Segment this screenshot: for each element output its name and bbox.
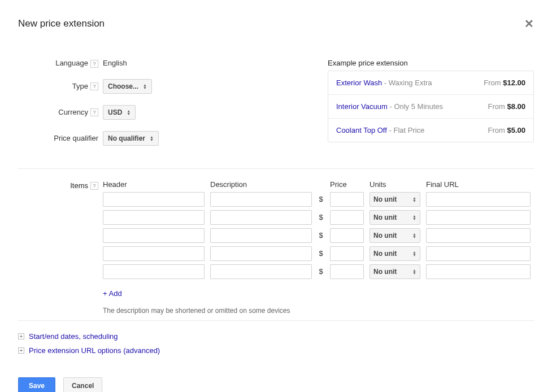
type-select[interactable]: Choose... ▲▼ bbox=[103, 79, 152, 94]
description-input[interactable] bbox=[210, 264, 312, 279]
qualifier-select[interactable]: No qualifier ▲▼ bbox=[103, 131, 159, 146]
close-icon[interactable]: ✕ bbox=[524, 17, 534, 31]
add-item-link[interactable]: + Add bbox=[103, 289, 122, 298]
currency-select[interactable]: USD ▲▼ bbox=[103, 105, 136, 120]
divider bbox=[18, 168, 534, 169]
price-input[interactable] bbox=[330, 228, 364, 243]
divider bbox=[18, 320, 534, 321]
item-row: $No unit▲▼ bbox=[103, 246, 534, 261]
unit-select[interactable]: No unit▲▼ bbox=[370, 264, 420, 279]
example-price: $5.00 bbox=[507, 126, 525, 134]
final-url-input[interactable] bbox=[426, 192, 531, 207]
example-desc: Only 5 Minutes bbox=[394, 102, 443, 111]
save-button[interactable]: Save bbox=[18, 377, 55, 392]
price-input[interactable] bbox=[330, 192, 364, 207]
items-label: Items? bbox=[18, 180, 103, 315]
help-icon[interactable]: ? bbox=[90, 108, 98, 116]
currency-symbol: $ bbox=[318, 213, 324, 221]
settings-column: Language? English Type? Choose... ▲▼ Cur… bbox=[18, 59, 305, 157]
col-price: Price bbox=[330, 180, 364, 189]
header-input[interactable] bbox=[103, 264, 205, 279]
language-label: Language? bbox=[18, 59, 103, 68]
item-row: $No unit▲▼ bbox=[103, 192, 534, 207]
help-icon[interactable]: ? bbox=[90, 82, 98, 90]
item-row: $No unit▲▼ bbox=[103, 210, 534, 225]
price-input[interactable] bbox=[330, 246, 364, 261]
col-description: Description bbox=[210, 180, 312, 189]
expand-icon[interactable]: + bbox=[18, 347, 24, 354]
help-icon[interactable]: ? bbox=[90, 60, 98, 68]
example-row: Exterior Wash - Waxing Extra From $12.00 bbox=[328, 71, 533, 95]
chevron-updown-icon: ▲▼ bbox=[127, 110, 131, 115]
price-input[interactable] bbox=[330, 210, 364, 225]
currency-symbol: $ bbox=[318, 231, 324, 239]
language-value: English bbox=[103, 59, 127, 67]
example-link[interactable]: Coolant Top Off bbox=[336, 126, 387, 134]
chevron-updown-icon: ▲▼ bbox=[150, 136, 154, 141]
chevron-updown-icon: ▲▼ bbox=[412, 251, 416, 256]
header-input[interactable] bbox=[103, 246, 205, 261]
chevron-updown-icon: ▲▼ bbox=[412, 269, 416, 275]
unit-select[interactable]: No unit▲▼ bbox=[370, 210, 420, 225]
help-icon[interactable]: ? bbox=[90, 182, 98, 190]
currency-label: Currency? bbox=[18, 108, 103, 117]
currency-symbol: $ bbox=[318, 249, 324, 258]
chevron-updown-icon: ▲▼ bbox=[412, 215, 416, 220]
unit-select[interactable]: No unit▲▼ bbox=[370, 192, 420, 207]
chevron-updown-icon: ▲▼ bbox=[143, 84, 147, 89]
example-box: Exterior Wash - Waxing Extra From $12.00… bbox=[328, 71, 534, 142]
description-input[interactable] bbox=[210, 228, 312, 243]
example-link[interactable]: Exterior Wash bbox=[336, 79, 382, 87]
unit-select[interactable]: No unit▲▼ bbox=[370, 246, 420, 261]
example-price: $12.00 bbox=[503, 79, 525, 87]
example-row: Coolant Top Off - Flat Price From $5.00 bbox=[328, 119, 533, 142]
example-desc: Waxing Extra bbox=[389, 79, 432, 87]
col-final-url: Final URL bbox=[426, 180, 531, 189]
type-label: Type? bbox=[18, 82, 103, 91]
example-desc: Flat Price bbox=[393, 126, 424, 134]
price-input[interactable] bbox=[330, 264, 364, 279]
item-row: $No unit▲▼ bbox=[103, 228, 534, 243]
expand-icon[interactable]: + bbox=[18, 333, 24, 339]
currency-symbol: $ bbox=[318, 267, 324, 276]
description-input[interactable] bbox=[210, 192, 312, 207]
page-title: New price extension bbox=[18, 18, 105, 29]
final-url-input[interactable] bbox=[426, 228, 531, 243]
col-header: Header bbox=[103, 180, 205, 189]
final-url-input[interactable] bbox=[426, 264, 531, 279]
items-note: The description may be shortened or omit… bbox=[103, 307, 534, 315]
scheduling-link[interactable]: Start/end dates, scheduling bbox=[29, 332, 118, 341]
example-title: Example price extension bbox=[328, 59, 534, 67]
chevron-updown-icon: ▲▼ bbox=[412, 233, 416, 238]
final-url-input[interactable] bbox=[426, 246, 531, 261]
header-input[interactable] bbox=[103, 192, 205, 207]
description-input[interactable] bbox=[210, 210, 312, 225]
example-link[interactable]: Interior Vacuum bbox=[336, 102, 388, 111]
currency-symbol: $ bbox=[318, 195, 324, 203]
example-row: Interior Vacuum - Only 5 Minutes From $8… bbox=[328, 95, 533, 119]
item-row: $No unit▲▼ bbox=[103, 264, 534, 279]
description-input[interactable] bbox=[210, 246, 312, 261]
header-input[interactable] bbox=[103, 228, 205, 243]
final-url-input[interactable] bbox=[426, 210, 531, 225]
col-units: Units bbox=[370, 180, 420, 189]
url-options-link[interactable]: Price extension URL options (advanced) bbox=[29, 346, 160, 355]
header-input[interactable] bbox=[103, 210, 205, 225]
qualifier-label: Price qualifier bbox=[18, 134, 103, 142]
cancel-button[interactable]: Cancel bbox=[63, 377, 102, 392]
chevron-updown-icon: ▲▼ bbox=[412, 197, 416, 202]
example-price: $8.00 bbox=[507, 102, 525, 111]
unit-select[interactable]: No unit▲▼ bbox=[370, 228, 420, 243]
